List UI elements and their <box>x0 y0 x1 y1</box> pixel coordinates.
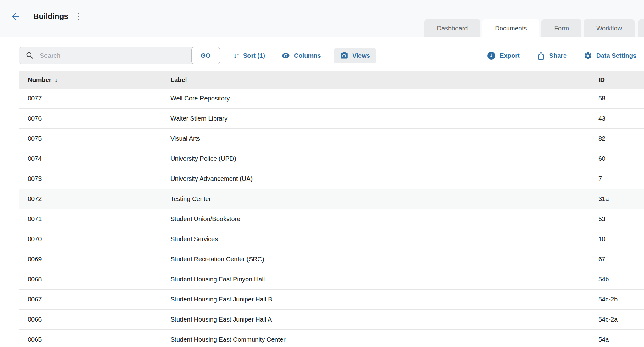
column-header-number[interactable]: Number ↓ <box>28 76 170 84</box>
camera-icon <box>340 52 348 60</box>
share-label: Share <box>549 52 567 59</box>
page-title: Buildings <box>33 12 68 21</box>
cell-label: Student Housing East Community Center <box>170 336 598 343</box>
export-button[interactable]: Export <box>487 52 519 60</box>
data-settings-label: Data Settings <box>596 52 636 59</box>
table-body: 0077Well Core Repository580076Walter Sti… <box>19 89 644 347</box>
cell-id: 7 <box>598 175 644 182</box>
cell-label: Student Recreation Center (SRC) <box>170 256 598 263</box>
cell-label: Student Housing East Pinyon Hall <box>170 276 598 283</box>
cell-label: Student Housing East Juniper Hall A <box>170 316 598 323</box>
search-input[interactable] <box>39 52 185 60</box>
table-row[interactable]: 0066Student Housing East Juniper Hall A5… <box>19 310 644 330</box>
table-row[interactable]: 0072Testing Center31a <box>19 189 644 209</box>
sort-button[interactable]: ↓↑ Sort (1) <box>233 52 265 59</box>
tab-bar: DashboardDocumentsFormWorkflow <box>424 19 635 37</box>
table-row[interactable]: 0073University Advancement (UA)7 <box>19 169 644 189</box>
sort-desc-icon: ↓ <box>55 76 58 84</box>
cell-label: Well Core Repository <box>170 95 598 102</box>
cell-number: 0074 <box>28 155 170 162</box>
cell-id: 54c-2b <box>598 296 644 303</box>
cell-number: 0073 <box>28 175 170 182</box>
cell-label: Visual Arts <box>170 135 598 142</box>
cell-id: 43 <box>598 115 644 122</box>
eye-icon <box>281 52 290 60</box>
toolbar: GO ↓↑ Sort (1) Columns Views Export Shar <box>19 47 636 64</box>
data-settings-button[interactable]: Data Settings <box>584 52 636 60</box>
table-header: Number ↓ Label ID <box>19 71 644 89</box>
toolbar-right-group: Export Share Data Settings <box>487 52 636 60</box>
column-header-label[interactable]: Label <box>170 76 598 84</box>
cell-number: 0070 <box>28 236 170 243</box>
back-button[interactable] <box>10 11 21 22</box>
cell-label: Testing Center <box>170 195 598 203</box>
cell-number: 0071 <box>28 215 170 223</box>
cell-id: 60 <box>598 155 644 162</box>
table-row[interactable]: 0065Student Housing East Community Cente… <box>19 330 644 347</box>
tab-form[interactable]: Form <box>541 19 581 37</box>
cell-number: 0076 <box>28 115 170 122</box>
cell-number: 0072 <box>28 195 170 203</box>
cell-label: Student Union/Bookstore <box>170 215 598 223</box>
cell-id: 54b <box>598 276 644 283</box>
views-button[interactable]: Views <box>334 48 376 63</box>
cell-label: University Police (UPD) <box>170 155 598 162</box>
top-header-band: Buildings DashboardDocumentsFormWorkflow <box>0 0 644 37</box>
search-field <box>19 47 192 64</box>
sort-icon: ↓↑ <box>233 52 239 59</box>
table-row[interactable]: 0069Student Recreation Center (SRC)67 <box>19 249 644 269</box>
cell-id: 58 <box>598 95 644 102</box>
search-group: GO <box>19 47 220 64</box>
cell-number: 0077 <box>28 95 170 102</box>
kebab-menu-icon[interactable] <box>78 13 79 20</box>
cell-id: 54a <box>598 336 644 343</box>
documents-table: Number ↓ Label ID 0077Well Core Reposito… <box>19 71 644 347</box>
cell-label: Student Services <box>170 236 598 243</box>
cell-id: 31a <box>598 195 644 203</box>
table-row[interactable]: 0067Student Housing East Juniper Hall B5… <box>19 290 644 310</box>
table-row[interactable]: 0074University Police (UPD)60 <box>19 149 644 169</box>
cell-label: University Advancement (UA) <box>170 175 598 182</box>
go-button[interactable]: GO <box>191 47 220 64</box>
cell-id: 10 <box>598 236 644 243</box>
tab-partial[interactable] <box>638 19 644 37</box>
columns-button[interactable]: Columns <box>281 52 321 60</box>
cell-number: 0069 <box>28 256 170 263</box>
sort-label: Sort (1) <box>243 52 265 59</box>
cell-number: 0067 <box>28 296 170 303</box>
cell-label: Walter Stiern Library <box>170 115 598 122</box>
cell-label: Student Housing East Juniper Hall B <box>170 296 598 303</box>
tab-dashboard[interactable]: Dashboard <box>424 19 480 37</box>
tab-documents[interactable]: Documents <box>482 19 539 37</box>
cell-number: 0068 <box>28 276 170 283</box>
download-icon <box>487 52 496 60</box>
cell-id: 67 <box>598 256 644 263</box>
column-header-id[interactable]: ID <box>598 76 644 84</box>
export-label: Export <box>500 52 519 59</box>
cell-number: 0065 <box>28 336 170 343</box>
share-button[interactable]: Share <box>537 52 567 60</box>
table-row[interactable]: 0068Student Housing East Pinyon Hall54b <box>19 269 644 290</box>
table-row[interactable]: 0071Student Union/Bookstore53 <box>19 209 644 229</box>
title-row: Buildings <box>10 11 79 22</box>
columns-label: Columns <box>294 52 321 59</box>
arrow-left-icon <box>10 11 21 22</box>
gear-icon <box>584 52 592 60</box>
table-row[interactable]: 0075Visual Arts82 <box>19 129 644 149</box>
cell-number: 0066 <box>28 316 170 323</box>
table-row[interactable]: 0077Well Core Repository58 <box>19 89 644 109</box>
table-row[interactable]: 0076Walter Stiern Library43 <box>19 109 644 129</box>
cell-number: 0075 <box>28 135 170 142</box>
cell-id: 82 <box>598 135 644 142</box>
share-icon <box>537 52 545 60</box>
cell-id: 54c-2a <box>598 316 644 323</box>
views-label: Views <box>353 52 370 59</box>
table-row[interactable]: 0070Student Services10 <box>19 229 644 249</box>
tab-workflow[interactable]: Workflow <box>584 19 635 37</box>
search-icon <box>25 51 34 60</box>
cell-id: 53 <box>598 215 644 223</box>
